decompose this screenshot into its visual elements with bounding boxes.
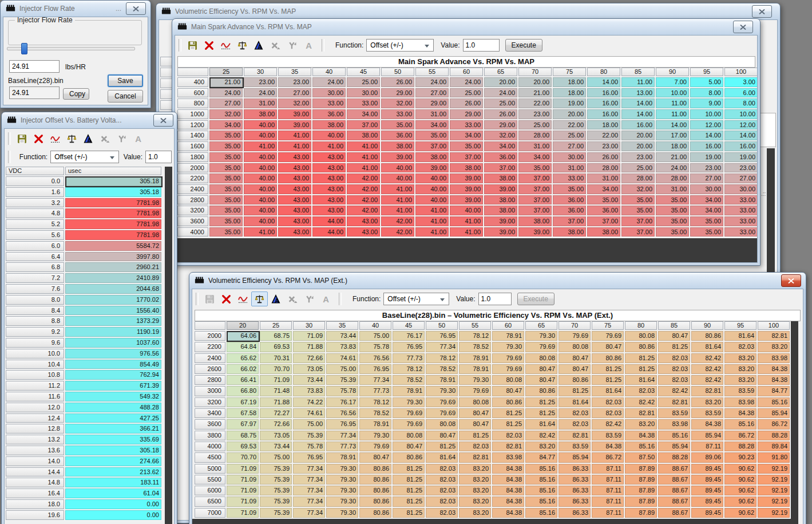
- value-cell[interactable]: 79.69: [559, 331, 592, 342]
- row-header-cell[interactable]: 4500: [195, 452, 227, 463]
- value-cell[interactable]: 84.38: [625, 431, 658, 442]
- value-cell[interactable]: 80.47: [559, 353, 592, 364]
- value-cell[interactable]: 80.86: [359, 497, 393, 507]
- value-cell[interactable]: 35.00: [209, 131, 244, 141]
- vdc-cell[interactable]: 13.6: [6, 446, 65, 456]
- value-cell[interactable]: 82.03: [559, 419, 592, 430]
- toolbar-grip[interactable]: [8, 151, 11, 163]
- value-cell[interactable]: 77.34: [293, 464, 326, 475]
- col-header-cell[interactable]: 50: [381, 68, 415, 77]
- vdc-cell[interactable]: 10.8: [6, 370, 65, 381]
- value-cell[interactable]: 86.33: [559, 475, 592, 486]
- value-cell[interactable]: 22.00: [587, 131, 621, 141]
- row-header-cell[interactable]: 2000: [177, 163, 209, 174]
- value-cell[interactable]: 13.00: [621, 88, 656, 99]
- value-cell[interactable]: 39.00: [450, 195, 484, 206]
- value-cell[interactable]: 35.00: [656, 195, 690, 206]
- value-cell[interactable]: 82.03: [426, 464, 459, 475]
- value-cell[interactable]: 40.00: [244, 216, 278, 227]
- value-cell[interactable]: 74.61: [326, 353, 359, 364]
- value-cell[interactable]: 92.19: [758, 486, 791, 497]
- value-cell[interactable]: 16.00: [724, 141, 758, 152]
- value-cell[interactable]: 27.00: [690, 174, 724, 184]
- value-cell[interactable]: 79.69: [459, 386, 492, 397]
- vdc-cell[interactable]: 7.6: [6, 284, 65, 295]
- col-header-cell[interactable]: 70: [518, 68, 553, 77]
- col-header-cell[interactable]: 55: [415, 68, 450, 77]
- value-cell[interactable]: 38.00: [415, 152, 450, 163]
- row-header-cell[interactable]: 4000: [195, 442, 227, 452]
- value-cell[interactable]: 34.00: [450, 131, 484, 141]
- usec-cell[interactable]: 2044.68: [65, 284, 163, 295]
- value-cell[interactable]: 34.00: [518, 152, 553, 163]
- col-header-cell[interactable]: 70: [559, 321, 592, 331]
- value-cell[interactable]: 16.00: [621, 120, 656, 131]
- value-cell[interactable]: 78.12: [359, 397, 393, 408]
- value-cell[interactable]: 88.67: [658, 486, 691, 497]
- value-cell[interactable]: 23.00: [690, 163, 724, 174]
- value-cell[interactable]: 81.25: [393, 486, 426, 497]
- value-cell[interactable]: 33.00: [347, 99, 381, 109]
- col-header-cell[interactable]: 75: [553, 68, 587, 77]
- col-header-cell[interactable]: 55: [459, 321, 492, 331]
- value-cell[interactable]: 82.81: [625, 408, 658, 419]
- value-cell[interactable]: 41.00: [278, 141, 312, 152]
- scrollbar-track[interactable]: [165, 167, 172, 524]
- vdc-cell[interactable]: 14.4: [6, 467, 65, 478]
- value-cell[interactable]: 85.94: [658, 442, 691, 452]
- close-icon[interactable]: [126, 2, 146, 15]
- value-cell[interactable]: 80.47: [658, 331, 691, 342]
- value-cell[interactable]: 30.00: [724, 184, 758, 195]
- value-cell[interactable]: 43.00: [278, 227, 312, 238]
- function-select[interactable]: Offset (+/-): [383, 293, 449, 305]
- row-header-cell[interactable]: 2200: [195, 342, 227, 353]
- usec-cell[interactable]: 7781.98: [65, 230, 163, 241]
- value-cell[interactable]: 89.06: [691, 452, 724, 463]
- row-header-cell[interactable]: 2400: [195, 353, 227, 364]
- value-cell[interactable]: 87.11: [592, 475, 625, 486]
- value-cell[interactable]: 77.73: [326, 442, 359, 452]
- value-cell[interactable]: 37.00: [484, 163, 518, 174]
- value-cell[interactable]: 81.25: [393, 497, 426, 507]
- value-cell[interactable]: 82.81: [559, 431, 592, 442]
- value-cell[interactable]: 21.00: [209, 77, 244, 88]
- value-cell[interactable]: 80.47: [559, 364, 592, 375]
- value-cell[interactable]: 70.70: [227, 452, 260, 463]
- value-cell[interactable]: 28.00: [656, 174, 690, 184]
- value-cell[interactable]: 71.09: [227, 475, 260, 486]
- value-cell[interactable]: 25.00: [347, 77, 381, 88]
- usec-cell[interactable]: 671.39: [65, 381, 163, 392]
- value-cell[interactable]: 40.00: [244, 163, 278, 174]
- scales-icon[interactable]: [251, 291, 268, 306]
- value-cell[interactable]: 80.47: [359, 452, 393, 463]
- value-cell[interactable]: 83.20: [459, 464, 492, 475]
- value-cell[interactable]: 82.42: [691, 364, 724, 375]
- value-cell[interactable]: 65.62: [227, 353, 260, 364]
- value-cell[interactable]: 36.00: [553, 195, 587, 206]
- value-cell[interactable]: 76.95: [426, 331, 459, 342]
- value-cell[interactable]: 77.73: [359, 386, 393, 397]
- value-cell[interactable]: 28.00: [518, 131, 553, 141]
- value-cell[interactable]: 35.00: [621, 206, 656, 216]
- row-header-cell[interactable]: 6500: [195, 497, 227, 507]
- value-cell[interactable]: 82.42: [525, 431, 559, 442]
- value-cell[interactable]: 24.00: [244, 88, 278, 99]
- value-cell[interactable]: 43.00: [278, 195, 312, 206]
- value-cell[interactable]: 81.25: [592, 375, 625, 386]
- value-cell[interactable]: 83.20: [459, 508, 492, 519]
- value-cell[interactable]: 86.33: [559, 464, 592, 475]
- value-cell[interactable]: 83.20: [459, 497, 492, 507]
- col-header-cell[interactable]: 30: [244, 68, 278, 77]
- value-cell[interactable]: 43.00: [278, 184, 312, 195]
- value-cell[interactable]: 82.42: [592, 419, 625, 430]
- value-cell[interactable]: 43.00: [278, 206, 312, 216]
- value-cell[interactable]: 86.33: [559, 508, 592, 519]
- vdc-cell[interactable]: 8.4: [6, 306, 65, 317]
- value-cell[interactable]: 81.25: [525, 408, 559, 419]
- value-cell[interactable]: 32.00: [209, 109, 244, 120]
- value-cell[interactable]: 16.00: [587, 88, 621, 99]
- value-cell[interactable]: 43.00: [312, 174, 347, 184]
- value-cell[interactable]: 76.95: [293, 452, 326, 463]
- usec-cell[interactable]: 305.18: [65, 176, 163, 187]
- value-cell[interactable]: 34.00: [690, 195, 724, 206]
